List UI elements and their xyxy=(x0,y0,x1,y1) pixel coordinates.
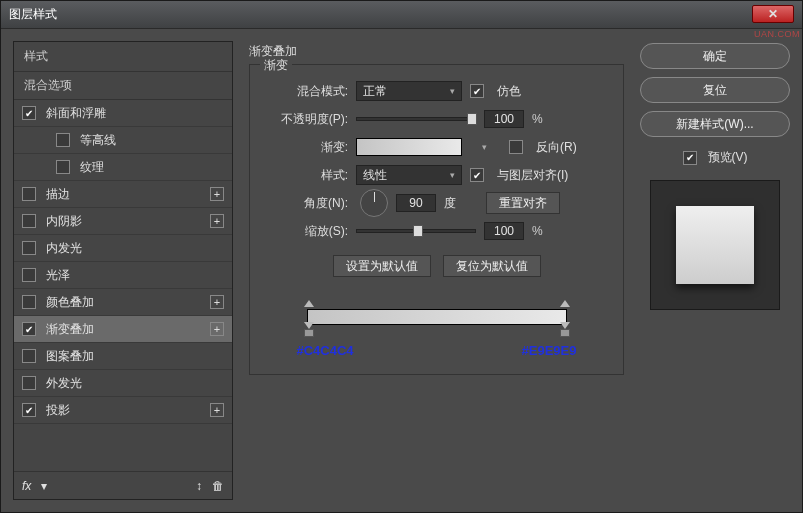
deg-unit: 度 xyxy=(444,195,456,212)
trash-icon[interactable]: 🗑 xyxy=(212,479,224,493)
add-effect-icon[interactable]: + xyxy=(210,295,224,309)
effect-item[interactable]: 光泽 xyxy=(14,262,232,289)
preview-checkbox[interactable] xyxy=(683,151,697,165)
dialog-body: 样式 混合选项 斜面和浮雕等高线纹理描边+内阴影+内发光光泽颜色叠加+渐变叠加+… xyxy=(1,29,802,512)
effect-item[interactable]: 内发光 xyxy=(14,235,232,262)
styles-list-pane: 样式 混合选项 斜面和浮雕等高线纹理描边+内阴影+内发光光泽颜色叠加+渐变叠加+… xyxy=(13,41,233,500)
effect-label: 颜色叠加 xyxy=(46,294,94,311)
arrow-up-down-icon[interactable]: ↕ xyxy=(196,479,202,493)
effect-checkbox[interactable] xyxy=(22,106,36,120)
close-button[interactable]: ✕ xyxy=(752,5,794,23)
preview-label: 预览(V) xyxy=(708,149,748,166)
fx-menu[interactable]: fx xyxy=(22,479,31,493)
cancel-button[interactable]: 复位 xyxy=(640,77,790,103)
add-effect-icon[interactable]: + xyxy=(210,403,224,417)
chevron-down-icon: ▾ xyxy=(450,86,455,96)
style-select[interactable]: 线性▾ xyxy=(356,165,462,185)
preview-swatch xyxy=(676,206,754,284)
effect-item[interactable]: 纹理 xyxy=(14,154,232,181)
effect-label: 描边 xyxy=(46,186,70,203)
hex-right: #E9E9E9 xyxy=(522,343,577,358)
effect-label: 内发光 xyxy=(46,240,82,257)
effect-checkbox[interactable] xyxy=(22,241,36,255)
opacity-stop-left[interactable] xyxy=(304,300,314,308)
effects-list: 斜面和浮雕等高线纹理描边+内阴影+内发光光泽颜色叠加+渐变叠加+图案叠加外发光投… xyxy=(14,100,232,471)
chevron-down-icon[interactable]: ▾ xyxy=(41,479,47,493)
effect-checkbox[interactable] xyxy=(22,322,36,336)
effect-label: 图案叠加 xyxy=(46,348,94,365)
effect-item[interactable]: 图案叠加 xyxy=(14,343,232,370)
effect-checkbox[interactable] xyxy=(22,187,36,201)
opacity-stop-right[interactable] xyxy=(560,300,570,308)
new-style-button[interactable]: 新建样式(W)... xyxy=(640,111,790,137)
effect-checkbox[interactable] xyxy=(22,214,36,228)
effect-checkbox[interactable] xyxy=(56,133,70,147)
effect-checkbox[interactable] xyxy=(22,349,36,363)
gradient-picker[interactable] xyxy=(356,138,462,156)
fieldset-legend: 渐变 xyxy=(260,57,292,74)
style-label: 样式: xyxy=(264,167,348,184)
angle-dial[interactable] xyxy=(360,189,388,217)
color-stop-left[interactable] xyxy=(304,322,314,337)
ok-button[interactable]: 确定 xyxy=(640,43,790,69)
reverse-label: 反向(R) xyxy=(536,139,577,156)
effect-item[interactable]: 等高线 xyxy=(14,127,232,154)
chevron-down-icon[interactable]: ▾ xyxy=(482,142,487,152)
align-checkbox[interactable] xyxy=(470,168,484,182)
blend-options-header[interactable]: 混合选项 xyxy=(14,71,232,100)
styles-header: 样式 xyxy=(14,42,232,71)
reset-align-button[interactable]: 重置对齐 xyxy=(486,192,560,214)
blend-mode-select[interactable]: 正常▾ xyxy=(356,81,462,101)
angle-value[interactable]: 90 xyxy=(396,194,436,212)
effect-label: 内阴影 xyxy=(46,213,82,230)
gradient-label: 渐变: xyxy=(264,139,348,156)
effect-label: 渐变叠加 xyxy=(46,321,94,338)
effect-item[interactable]: 渐变叠加+ xyxy=(14,316,232,343)
effect-item[interactable]: 斜面和浮雕 xyxy=(14,100,232,127)
effect-checkbox[interactable] xyxy=(22,295,36,309)
make-default-button[interactable]: 设置为默认值 xyxy=(333,255,431,277)
blend-mode-label: 混合模式: xyxy=(264,83,348,100)
effect-checkbox[interactable] xyxy=(22,268,36,282)
section-title: 渐变叠加 xyxy=(249,43,624,60)
effect-label: 投影 xyxy=(46,402,70,419)
effect-item[interactable]: 颜色叠加+ xyxy=(14,289,232,316)
effect-checkbox[interactable] xyxy=(56,160,70,174)
opacity-slider[interactable] xyxy=(356,117,476,121)
effect-label: 斜面和浮雕 xyxy=(46,105,106,122)
opacity-value[interactable]: 100 xyxy=(484,110,524,128)
preview-box xyxy=(650,180,780,310)
titlebar: 图层样式 ✕ UAN.COM xyxy=(1,1,802,29)
angle-label: 角度(N): xyxy=(264,195,348,212)
color-stop-right[interactable] xyxy=(560,322,570,337)
percent-unit: % xyxy=(532,112,543,126)
add-effect-icon[interactable]: + xyxy=(210,214,224,228)
layer-style-dialog: 图层样式 ✕ UAN.COM 样式 混合选项 斜面和浮雕等高线纹理描边+内阴影+… xyxy=(0,0,803,513)
effect-item[interactable]: 投影+ xyxy=(14,397,232,424)
percent-unit: % xyxy=(532,224,543,238)
effect-checkbox[interactable] xyxy=(22,403,36,417)
chevron-down-icon: ▾ xyxy=(450,170,455,180)
effect-item[interactable]: 内阴影+ xyxy=(14,208,232,235)
gradient-bar[interactable] xyxy=(307,309,567,325)
reverse-checkbox[interactable] xyxy=(509,140,523,154)
add-effect-icon[interactable]: + xyxy=(210,322,224,336)
scale-slider[interactable] xyxy=(356,229,476,233)
scale-value[interactable]: 100 xyxy=(484,222,524,240)
effect-item[interactable]: 外发光 xyxy=(14,370,232,397)
list-footer: fx ▾ ↕ 🗑 xyxy=(14,471,232,499)
gradient-fieldset: 渐变 混合模式: 正常▾ 仿色 不透明度(P): 100 % 渐变: ▾ xyxy=(249,64,624,375)
effect-label: 光泽 xyxy=(46,267,70,284)
effect-checkbox[interactable] xyxy=(22,376,36,390)
effect-item[interactable]: 描边+ xyxy=(14,181,232,208)
align-label: 与图层对齐(I) xyxy=(497,167,568,184)
gradient-editor[interactable] xyxy=(307,309,567,325)
buttons-pane: 确定 复位 新建样式(W)... 预览(V) xyxy=(640,41,790,500)
scale-label: 缩放(S): xyxy=(264,223,348,240)
reset-default-button[interactable]: 复位为默认值 xyxy=(443,255,541,277)
settings-pane: 渐变叠加 渐变 混合模式: 正常▾ 仿色 不透明度(P): 100 % 渐变: xyxy=(245,41,628,500)
opacity-label: 不透明度(P): xyxy=(264,111,348,128)
add-effect-icon[interactable]: + xyxy=(210,187,224,201)
dither-checkbox[interactable] xyxy=(470,84,484,98)
dither-label: 仿色 xyxy=(497,83,521,100)
